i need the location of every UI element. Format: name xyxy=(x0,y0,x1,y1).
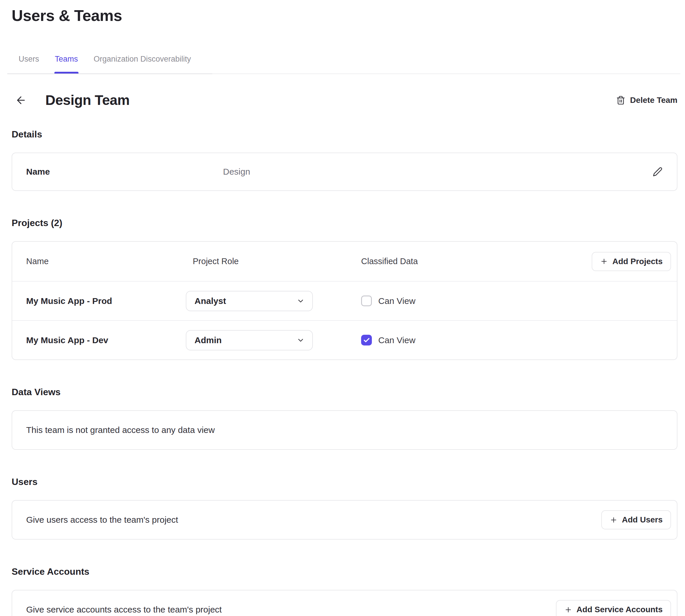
team-title: Design Team xyxy=(45,92,130,108)
data-views-heading: Data Views xyxy=(12,387,685,397)
add-projects-label: Add Projects xyxy=(612,257,663,266)
check-icon xyxy=(363,337,370,344)
name-label: Name xyxy=(26,167,223,177)
project-role-value: Analyst xyxy=(194,296,226,306)
add-projects-button[interactable]: Add Projects xyxy=(592,252,671,271)
column-header-project-role: Project Role xyxy=(186,257,361,266)
table-row: My Music App - Prod Analyst Can View xyxy=(12,281,677,320)
plus-icon xyxy=(600,258,608,265)
project-name: My Music App - Prod xyxy=(26,296,186,306)
service-accounts-empty-text: Give service accounts access to the team… xyxy=(26,605,222,615)
projects-table: Name Project Role Classified Data Add Pr… xyxy=(12,241,678,360)
plus-icon xyxy=(564,606,572,614)
add-users-button[interactable]: Add Users xyxy=(601,510,671,529)
add-service-accounts-button[interactable]: Add Service Accounts xyxy=(556,600,671,616)
team-header: Design Team Delete Team xyxy=(15,92,678,108)
plus-icon xyxy=(610,516,618,524)
chevron-down-icon xyxy=(297,297,305,305)
project-role-value: Admin xyxy=(194,335,221,345)
chevron-down-icon xyxy=(297,336,305,344)
add-service-accounts-label: Add Service Accounts xyxy=(577,605,663,614)
project-role-select[interactable]: Admin xyxy=(186,330,313,350)
tab-bar: Users Teams Organization Discoverability xyxy=(0,54,685,74)
project-name: My Music App - Dev xyxy=(26,335,186,345)
column-header-name: Name xyxy=(26,257,186,266)
can-view-label: Can View xyxy=(378,296,415,306)
trash-icon xyxy=(616,95,625,105)
name-value: Design xyxy=(223,167,250,177)
tab-users[interactable]: Users xyxy=(19,54,39,74)
edit-name-button[interactable] xyxy=(652,166,663,178)
page-title: Users & Teams xyxy=(12,6,685,24)
details-card: Name Design xyxy=(12,153,678,191)
tab-bar-divider-dark xyxy=(7,73,212,74)
arrow-left-icon xyxy=(15,94,27,106)
users-empty-text: Give users access to the team's project xyxy=(26,515,178,525)
service-accounts-heading: Service Accounts xyxy=(12,566,685,577)
delete-team-button[interactable]: Delete Team xyxy=(616,95,678,105)
table-row: My Music App - Dev Admin Can View xyxy=(12,320,677,359)
add-users-label: Add Users xyxy=(622,515,663,525)
delete-team-label: Delete Team xyxy=(630,95,678,105)
can-view-label: Can View xyxy=(378,335,415,345)
tab-organization-discoverability[interactable]: Organization Discoverability xyxy=(93,54,191,74)
column-header-classified-data: Classified Data xyxy=(361,257,592,266)
pencil-icon xyxy=(653,167,663,177)
users-heading: Users xyxy=(12,477,685,487)
can-view-checkbox[interactable] xyxy=(361,295,372,306)
data-views-empty-text: This team is not granted access to any d… xyxy=(26,425,215,435)
service-accounts-card: Give service accounts access to the team… xyxy=(12,590,678,616)
project-role-select[interactable]: Analyst xyxy=(186,291,313,311)
can-view-checkbox[interactable] xyxy=(361,335,372,346)
tab-teams[interactable]: Teams xyxy=(55,54,78,74)
users-teams-page: Users & Teams Users Teams Organization D… xyxy=(0,6,685,616)
back-button[interactable] xyxy=(15,94,27,107)
projects-table-header: Name Project Role Classified Data Add Pr… xyxy=(12,242,677,281)
projects-heading: Projects (2) xyxy=(12,218,685,228)
details-heading: Details xyxy=(12,129,685,140)
users-card: Give users access to the team's project … xyxy=(12,500,678,540)
data-views-card: This team is not granted access to any d… xyxy=(12,410,678,450)
